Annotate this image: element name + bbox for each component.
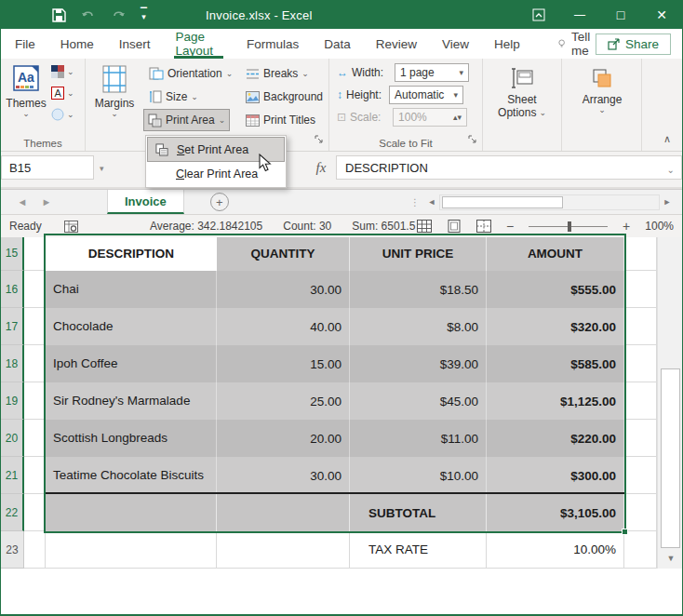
close-icon[interactable]: ✕ xyxy=(641,1,682,29)
cell-F22[interactable] xyxy=(624,494,657,531)
add-sheet-icon[interactable]: + xyxy=(210,193,229,211)
cell-D19[interactable]: $45.00 xyxy=(350,382,487,420)
normal-view-icon[interactable] xyxy=(417,220,432,233)
collapse-ribbon-icon[interactable]: ∧ xyxy=(663,133,671,145)
tab-options-dots-icon[interactable]: ⋮ xyxy=(410,197,421,208)
cell-D22[interactable]: SUBTOTAL xyxy=(350,494,487,531)
row-header-22[interactable]: 22 xyxy=(1,494,24,531)
cell-E19[interactable]: $1,125.00 xyxy=(487,382,624,420)
tab-help[interactable]: Help xyxy=(494,29,520,59)
cell-C20[interactable]: 20.00 xyxy=(217,420,350,457)
row-header-16[interactable]: 16 xyxy=(1,271,24,308)
cell-E18[interactable]: $585.00 xyxy=(487,345,624,382)
redo-icon[interactable] xyxy=(111,8,126,21)
size-button[interactable]: Size⌄ xyxy=(145,86,202,108)
breaks-button[interactable]: Breaks⌄ xyxy=(242,62,313,85)
tab-data[interactable]: Data xyxy=(324,29,351,59)
cell-B15[interactable]: DESCRIPTION xyxy=(46,235,217,271)
cell-B21[interactable]: Teatime Chocolate Biscuits xyxy=(46,457,217,494)
cell-A18[interactable] xyxy=(24,345,46,382)
horizontal-scrollbar[interactable]: ◄ ► xyxy=(424,193,675,211)
sheet-options-button[interactable]: Sheet Options⌄ xyxy=(494,62,550,119)
cell-A16[interactable] xyxy=(24,271,46,308)
cell-B20[interactable]: Scottish Longbreads xyxy=(46,420,217,457)
cell-E20[interactable]: $220.00 xyxy=(487,420,624,457)
cell-E21[interactable]: $300.00 xyxy=(487,457,624,494)
tab-view[interactable]: View xyxy=(442,29,469,59)
theme-fonts-button[interactable]: A ⌄ xyxy=(51,84,74,101)
fx-icon[interactable]: fx xyxy=(308,155,334,180)
row-header-15[interactable]: 15 xyxy=(1,235,24,271)
page-setup-dialog-launcher-icon[interactable] xyxy=(315,134,324,147)
undo-icon[interactable] xyxy=(81,8,96,21)
qat-customize-icon[interactable]: ▔▾ xyxy=(141,10,147,20)
cell-D23[interactable]: TAX RATE xyxy=(350,531,487,569)
minimize-icon[interactable]: — xyxy=(559,1,600,29)
print-titles-button[interactable]: Print Titles xyxy=(242,109,319,131)
share-button[interactable]: Share xyxy=(596,33,671,55)
row-header-23[interactable]: 23 xyxy=(1,531,24,569)
tab-home[interactable]: Home xyxy=(60,29,94,59)
save-icon[interactable] xyxy=(52,8,66,22)
maximize-icon[interactable]: □ xyxy=(600,1,641,29)
cell-F16[interactable] xyxy=(624,271,657,308)
horizontal-scrollbar-thumb[interactable] xyxy=(442,196,563,208)
row-header-21[interactable]: 21 xyxy=(1,457,24,494)
theme-colors-button[interactable]: ⌄ xyxy=(51,62,74,80)
formula-input[interactable]: DESCRIPTION xyxy=(336,155,682,180)
themes-button[interactable]: Aa Themes ⌄ xyxy=(6,60,47,117)
cell-E15[interactable]: AMOUNT xyxy=(487,235,624,271)
zoom-level[interactable]: 100% xyxy=(645,220,674,233)
cell-F19[interactable] xyxy=(624,382,657,420)
cell-A17[interactable] xyxy=(24,308,46,345)
cell-B18[interactable]: Ipoh Coffee xyxy=(46,345,217,382)
cell-C18[interactable]: 15.00 xyxy=(217,345,350,382)
hscroll-right-icon[interactable]: ► xyxy=(660,197,675,207)
tab-insert[interactable]: Insert xyxy=(119,29,151,59)
cell-B17[interactable]: Chocolade xyxy=(46,308,217,345)
height-select[interactable]: Automatic▾ xyxy=(389,86,463,104)
cell-E22[interactable]: $3,105.00 xyxy=(487,494,624,531)
sheet-tab-invoice[interactable]: Invoice xyxy=(107,190,184,214)
tab-file[interactable]: File xyxy=(15,29,35,59)
tab-review[interactable]: Review xyxy=(376,29,417,59)
scroll-down-icon[interactable]: ▼ xyxy=(658,548,683,569)
row-header-18[interactable]: 18 xyxy=(1,345,24,382)
page-break-view-icon[interactable] xyxy=(476,220,491,233)
row-header-17[interactable]: 17 xyxy=(1,308,24,345)
cell-B19[interactable]: Sir Rodney's Marmalade xyxy=(46,382,217,420)
zoom-slider[interactable] xyxy=(529,226,608,227)
row-header-20[interactable]: 20 xyxy=(1,420,24,457)
tab-formulas[interactable]: Formulas xyxy=(247,29,299,59)
zoom-slider-thumb[interactable] xyxy=(568,221,571,232)
cell-D18[interactable]: $39.00 xyxy=(350,345,487,382)
row-header-19[interactable]: 19 xyxy=(1,382,24,420)
ribbon-display-options-icon[interactable] xyxy=(518,1,559,29)
name-box-arrow-icon[interactable]: ▾ xyxy=(100,164,104,173)
cell-E16[interactable]: $555.00 xyxy=(487,271,624,308)
zoom-in-icon[interactable]: + xyxy=(623,219,630,234)
cell-C15[interactable]: QUANTITY xyxy=(217,235,350,271)
fill-handle[interactable] xyxy=(622,529,628,535)
arrange-button[interactable]: Arrange ⌄ xyxy=(575,62,629,114)
cell-C21[interactable]: 30.00 xyxy=(217,457,350,494)
formula-expand-icon[interactable]: ⌄ xyxy=(667,165,675,175)
cell-D17[interactable]: $8.00 xyxy=(350,308,487,345)
cell-A20[interactable] xyxy=(24,420,46,457)
cell-C16[interactable]: 30.00 xyxy=(217,271,350,308)
cell-D16[interactable]: $18.50 xyxy=(350,271,487,308)
cell-E17[interactable]: $320.00 xyxy=(487,308,624,345)
cell-F15[interactable] xyxy=(624,235,657,271)
width-select[interactable]: 1 page▾ xyxy=(395,63,469,82)
background-button[interactable]: Background xyxy=(242,86,327,108)
scale-to-fit-dialog-launcher-icon[interactable] xyxy=(468,134,477,147)
tell-me[interactable]: Tell me xyxy=(558,30,596,58)
hscroll-left-icon[interactable]: ◄ xyxy=(424,197,439,207)
vertical-scrollbar-thumb[interactable] xyxy=(661,368,680,548)
theme-effects-button[interactable]: ⌄ xyxy=(51,105,74,123)
cell-D20[interactable]: $11.00 xyxy=(350,420,487,457)
cell-F23[interactable] xyxy=(624,531,657,569)
vertical-scrollbar[interactable]: ▲ ▼ xyxy=(657,189,683,569)
name-box[interactable]: B15 xyxy=(1,155,94,180)
cell-C19[interactable]: 25.00 xyxy=(217,382,350,420)
